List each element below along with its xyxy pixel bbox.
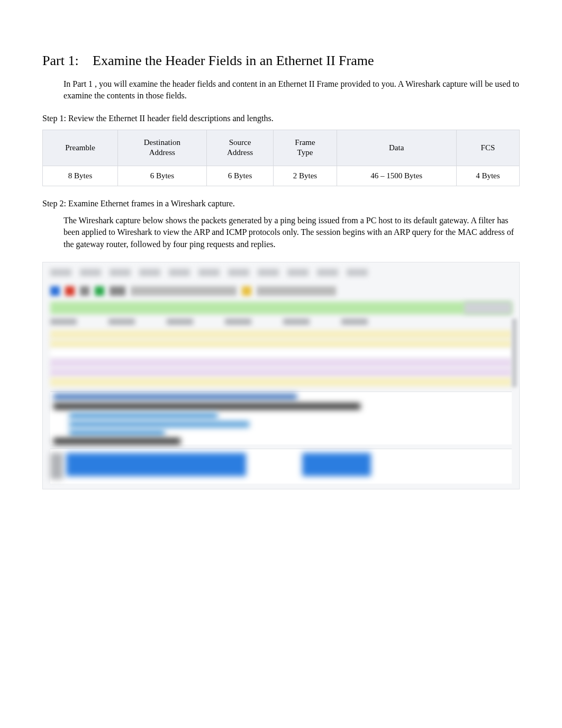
th-data: Data <box>337 130 456 166</box>
detail-line <box>53 394 297 400</box>
th-src-l2: Address <box>227 148 253 157</box>
step2-paragraph: The Wireshark capture below shows the pa… <box>64 215 520 250</box>
intro-mid2: provided to you. A <box>338 79 405 88</box>
th-src-l1: Source <box>229 138 251 147</box>
detail-line <box>69 430 165 436</box>
step2-title: Step 2: Examine Ethernet frames in a Wir… <box>42 199 520 208</box>
scrollbar <box>512 319 517 387</box>
p2-mid3: protocols only. The session begins with … <box>247 228 394 236</box>
part-title: Part 1: Examine the Header Fields in an … <box>42 53 520 69</box>
ethernet-header-table: Preamble Destination Address Source Addr… <box>42 130 520 186</box>
intro-bold1: Part 1 <box>72 79 93 88</box>
p2-bold1: Wireshark <box>79 216 114 225</box>
table-header-row: Preamble Destination Address Source Addr… <box>43 130 520 166</box>
packet-row <box>50 359 512 367</box>
td-source: 6 Bytes <box>206 166 274 186</box>
th-preamble-text: Preamble <box>65 143 95 152</box>
detail-line <box>69 413 217 419</box>
detail-line <box>53 438 180 444</box>
filter-right-controls <box>464 302 512 314</box>
th-frametype: Frame Type <box>274 130 337 166</box>
part-intro: In Part 1 , you will examine the header … <box>64 78 520 102</box>
td-destination: 6 Bytes <box>118 166 207 186</box>
part-number: Part 1: <box>42 53 79 68</box>
part-title-text: Examine the Header Fields in an Ethernet… <box>93 53 374 68</box>
p2-mid2: and <box>210 228 226 236</box>
th-ft-l1: Frame <box>295 138 315 147</box>
step1-title: Step 1: Review the Ethernet II header fi… <box>42 114 520 123</box>
th-fcs: FCS <box>456 130 519 166</box>
packet-row <box>50 349 512 358</box>
th-data-text: Data <box>389 143 404 152</box>
p2-bold4: ARP <box>394 228 410 236</box>
p2-prefix: The <box>64 216 79 225</box>
menu-bar <box>50 269 512 279</box>
hex-offset <box>50 453 63 479</box>
th-preamble: Preamble <box>43 130 118 166</box>
th-dest-l2: Address <box>149 148 175 157</box>
th-fcs-text: FCS <box>481 143 495 152</box>
th-source: Source Address <box>206 130 274 166</box>
table-data-row: 8 Bytes 6 Bytes 6 Bytes 2 Bytes 46 – 150… <box>43 166 520 186</box>
hex-selection-ascii <box>302 453 371 476</box>
detail-line <box>69 421 249 427</box>
intro-bold3: Wireshark <box>405 79 440 88</box>
p2-bold3: ICMP <box>226 228 247 236</box>
wireshark-screenshot <box>42 262 520 489</box>
th-ft-l2: Type <box>297 148 313 157</box>
intro-mid1: , you will examine the header fields and… <box>93 79 278 88</box>
td-data: 46 – 1500 Bytes <box>337 166 456 186</box>
column-headers <box>50 319 512 328</box>
th-dest-l1: Destination <box>144 138 180 147</box>
packet-row <box>50 378 512 386</box>
td-fcs: 4 Bytes <box>456 166 519 186</box>
packet-row <box>50 330 512 339</box>
hex-selection <box>66 453 246 476</box>
toolbar-icons <box>50 285 512 297</box>
display-filter <box>50 302 512 314</box>
p2-bold2: ARP <box>194 228 210 236</box>
packet-row <box>50 368 512 377</box>
td-preamble: 8 Bytes <box>43 166 118 186</box>
packet-row <box>50 340 512 348</box>
th-destination: Destination Address <box>118 130 207 166</box>
detail-line <box>53 403 360 410</box>
intro-prefix: In <box>64 79 72 88</box>
td-frametype: 2 Bytes <box>274 166 337 186</box>
intro-bold2: Ethernet II Frame <box>278 79 339 88</box>
